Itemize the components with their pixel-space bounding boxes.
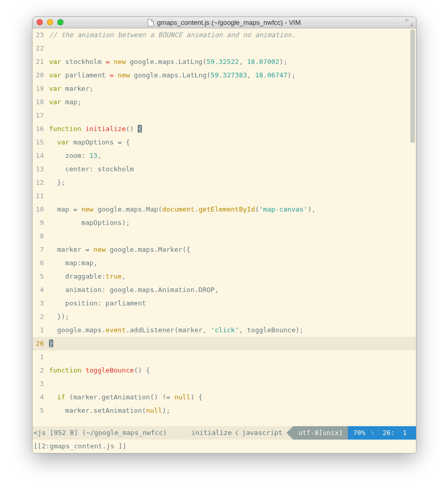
line-number: 2 <box>33 310 47 324</box>
line-number: 12 <box>33 176 47 189</box>
line-number: 19 <box>33 82 47 95</box>
editor-area[interactable]: 23// the animation between a BOUNCE anim… <box>33 28 416 426</box>
current-line-number: 26 <box>33 337 47 350</box>
line-number: 11 <box>33 189 47 203</box>
statusline: <js [952 B] (~/google_maps_nwfcc) initia… <box>33 426 416 440</box>
line-number: 1 <box>33 324 47 337</box>
separator-icon <box>286 426 293 440</box>
line-number: 23 <box>33 28 47 42</box>
line-number: 5 <box>33 404 47 417</box>
line-number: 4 <box>33 391 47 404</box>
line-number: 4 <box>33 283 47 297</box>
cursor: } <box>49 340 53 347</box>
close-icon[interactable] <box>37 19 43 25</box>
file-info: <js [952 B] (~/google_maps_nwfcc) <box>33 426 167 440</box>
title-text: gmaps_content.js (~/google_maps_nwfcc) -… <box>157 19 301 26</box>
line-number: 5 <box>33 270 47 283</box>
window-controls <box>37 19 63 25</box>
line-number: 16 <box>33 122 47 136</box>
status-bar: <js [952 B] (~/google_maps_nwfcc) initia… <box>33 426 416 453</box>
fullscreen-icon[interactable] <box>406 19 413 26</box>
line-number: 3 <box>33 297 47 310</box>
line-number: 15 <box>33 136 47 149</box>
line-number: 18 <box>33 95 47 109</box>
line-number: 20 <box>33 69 47 82</box>
line-number: 7 <box>33 243 47 256</box>
position-segment: 70% ␊ 26: 1 <box>348 426 416 440</box>
line-number: 3 <box>33 377 47 391</box>
line-number: 1 <box>33 350 47 364</box>
document-icon <box>148 19 154 26</box>
titlebar[interactable]: gmaps_content.js (~/google_maps_nwfcc) -… <box>33 17 416 28</box>
cursor: { <box>138 125 142 133</box>
line-number: 6 <box>33 256 47 270</box>
line-number: 9 <box>33 216 47 230</box>
code-content: 23// the animation between a BOUNCE anim… <box>33 28 416 417</box>
line-icon: ␊ <box>370 426 375 440</box>
vim-window: gmaps_content.js (~/google_maps_nwfcc) -… <box>32 17 417 454</box>
function-indicator: initialize ❮ javascript <box>191 426 286 440</box>
tabline[interactable]: [[2:gmaps_content.js ]] <box>33 440 416 453</box>
line-number: 14 <box>33 149 47 163</box>
minimize-icon[interactable] <box>47 19 53 25</box>
window-title: gmaps_content.js (~/google_maps_nwfcc) -… <box>33 19 416 26</box>
line-number: 17 <box>33 109 47 122</box>
line-number: 21 <box>33 55 47 69</box>
zoom-icon[interactable] <box>57 19 63 25</box>
line-number: 22 <box>33 42 47 55</box>
line-number: 13 <box>33 163 47 176</box>
scrollbar[interactable] <box>410 29 415 143</box>
encoding-segment: utf-8[unix] <box>293 426 348 440</box>
line-number: 10 <box>33 203 47 216</box>
line-number: 2 <box>33 364 47 377</box>
line-number: 8 <box>33 230 47 243</box>
separator-icon: ❮ <box>235 426 239 440</box>
